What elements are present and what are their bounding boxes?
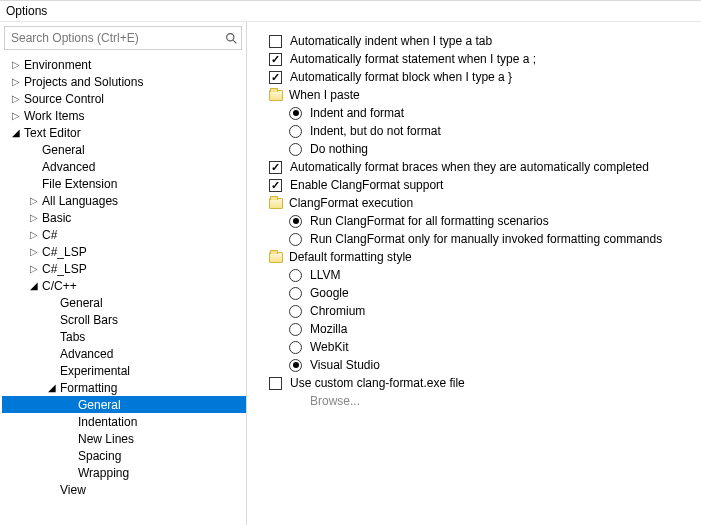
option-clangformat-execution: ClangFormat execution: [269, 194, 695, 212]
tree-item-general[interactable]: ▷General: [2, 294, 246, 311]
checkbox-icon[interactable]: ✓: [269, 161, 282, 174]
option-google[interactable]: Google: [269, 284, 695, 302]
tree-item-label: All Languages: [40, 194, 118, 208]
tree-item-experimental[interactable]: ▷Experimental: [2, 362, 246, 379]
option-label: Run ClangFormat for all formatting scena…: [310, 214, 549, 228]
tree-item-projects-and-solutions[interactable]: ▷Projects and Solutions: [2, 73, 246, 90]
tree-item-label: Source Control: [22, 92, 104, 106]
tree-item-file-extension[interactable]: ▷File Extension: [2, 175, 246, 192]
option-mozilla[interactable]: Mozilla: [269, 320, 695, 338]
option-label: Automatically indent when I type a tab: [290, 34, 492, 48]
option-use-custom-clang-format-exe-file[interactable]: Use custom clang-format.exe file: [269, 374, 695, 392]
tree-item-general[interactable]: ▷General: [2, 396, 246, 413]
option-run-clangformat-only-for-manually-invoked-formatting-commands[interactable]: Run ClangFormat only for manually invoke…: [269, 230, 695, 248]
tree-item-advanced[interactable]: ▷Advanced: [2, 345, 246, 362]
radio-icon[interactable]: [289, 143, 302, 156]
tree-item-wrapping[interactable]: ▷Wrapping: [2, 464, 246, 481]
tree-item-c-lsp[interactable]: ▷C#_LSP: [2, 260, 246, 277]
tree-item-spacing[interactable]: ▷Spacing: [2, 447, 246, 464]
radio-icon[interactable]: [289, 341, 302, 354]
tree-item-tabs[interactable]: ▷Tabs: [2, 328, 246, 345]
chevron-right-icon[interactable]: ▷: [28, 246, 40, 257]
option-label: Use custom clang-format.exe file: [290, 376, 465, 390]
tree-item-label: General: [76, 398, 121, 412]
option-llvm[interactable]: LLVM: [269, 266, 695, 284]
chevron-right-icon[interactable]: ▷: [10, 59, 22, 70]
tree-item-label: File Extension: [40, 177, 117, 191]
option-run-clangformat-for-all-formatting-scenarios[interactable]: Run ClangFormat for all formatting scena…: [269, 212, 695, 230]
tree-item-label: View: [58, 483, 86, 497]
checkbox-icon[interactable]: [269, 35, 282, 48]
radio-icon[interactable]: [289, 323, 302, 336]
tree-item-source-control[interactable]: ▷Source Control: [2, 90, 246, 107]
chevron-right-icon[interactable]: ▷: [28, 229, 40, 240]
option-automatically-format-braces-when-they-are-automatically-completed[interactable]: ✓Automatically format braces when they a…: [269, 158, 695, 176]
option-label: Automatically format braces when they ar…: [290, 160, 649, 174]
option-label: LLVM: [310, 268, 340, 282]
option-do-nothing[interactable]: Do nothing: [269, 140, 695, 158]
option-automatically-format-block-when-i-type-a[interactable]: ✓Automatically format block when I type …: [269, 68, 695, 86]
checkbox-icon[interactable]: ✓: [269, 71, 282, 84]
radio-icon[interactable]: [289, 359, 302, 372]
navigation-tree: ▷Environment▷Projects and Solutions▷Sour…: [0, 56, 246, 525]
option-label: Automatically format statement when I ty…: [290, 52, 536, 66]
option-automatically-indent-when-i-type-a-tab[interactable]: Automatically indent when I type a tab: [269, 32, 695, 50]
tree-item-basic[interactable]: ▷Basic: [2, 209, 246, 226]
search-icon[interactable]: [221, 32, 241, 45]
radio-icon[interactable]: [289, 215, 302, 228]
radio-icon[interactable]: [289, 125, 302, 138]
tree-item-c[interactable]: ▷C#: [2, 226, 246, 243]
dialog-body: ▷Environment▷Projects and Solutions▷Sour…: [0, 21, 701, 525]
checkbox-icon[interactable]: [269, 377, 282, 390]
option-browse[interactable]: Browse...: [269, 392, 695, 410]
search-box[interactable]: [4, 26, 242, 50]
option-enable-clangformat-support[interactable]: ✓Enable ClangFormat support: [269, 176, 695, 194]
option-webkit[interactable]: WebKit: [269, 338, 695, 356]
tree-item-indentation[interactable]: ▷Indentation: [2, 413, 246, 430]
tree-item-c-c[interactable]: ◢C/C++: [2, 277, 246, 294]
radio-icon[interactable]: [289, 305, 302, 318]
search-input[interactable]: [5, 28, 221, 48]
radio-icon[interactable]: [289, 269, 302, 282]
tree-item-label: Wrapping: [76, 466, 129, 480]
tree-item-view[interactable]: ▷View: [2, 481, 246, 498]
tree-item-formatting[interactable]: ◢Formatting: [2, 379, 246, 396]
option-automatically-format-statement-when-i-type-a[interactable]: ✓Automatically format statement when I t…: [269, 50, 695, 68]
chevron-down-icon[interactable]: ◢: [46, 382, 58, 393]
tree-item-advanced[interactable]: ▷Advanced: [2, 158, 246, 175]
chevron-right-icon[interactable]: ▷: [28, 263, 40, 274]
svg-point-0: [226, 33, 233, 40]
chevron-right-icon[interactable]: ▷: [10, 93, 22, 104]
tree-item-c-lsp[interactable]: ▷C#_LSP: [2, 243, 246, 260]
tree-item-text-editor[interactable]: ◢Text Editor: [2, 124, 246, 141]
tree-item-label: General: [40, 143, 85, 157]
radio-icon[interactable]: [289, 233, 302, 246]
chevron-right-icon[interactable]: ▷: [28, 212, 40, 223]
tree-item-environment[interactable]: ▷Environment: [2, 56, 246, 73]
checkbox-icon[interactable]: ✓: [269, 53, 282, 66]
chevron-right-icon[interactable]: ▷: [28, 195, 40, 206]
chevron-right-icon[interactable]: ▷: [10, 76, 22, 87]
option-label: Chromium: [310, 304, 365, 318]
tree-item-label: Basic: [40, 211, 71, 225]
left-panel: ▷Environment▷Projects and Solutions▷Sour…: [0, 22, 247, 525]
chevron-down-icon[interactable]: ◢: [10, 127, 22, 138]
option-label: Browse...: [310, 394, 360, 408]
option-chromium[interactable]: Chromium: [269, 302, 695, 320]
option-indent-and-format[interactable]: Indent and format: [269, 104, 695, 122]
radio-icon[interactable]: [289, 107, 302, 120]
chevron-right-icon[interactable]: ▷: [10, 110, 22, 121]
chevron-down-icon[interactable]: ◢: [28, 280, 40, 291]
tree-item-label: Advanced: [40, 160, 95, 174]
option-visual-studio[interactable]: Visual Studio: [269, 356, 695, 374]
tree-item-all-languages[interactable]: ▷All Languages: [2, 192, 246, 209]
tree-item-scroll-bars[interactable]: ▷Scroll Bars: [2, 311, 246, 328]
tree-item-work-items[interactable]: ▷Work Items: [2, 107, 246, 124]
tree-item-general[interactable]: ▷General: [2, 141, 246, 158]
option-indent-but-do-not-format[interactable]: Indent, but do not format: [269, 122, 695, 140]
tree-item-label: Formatting: [58, 381, 117, 395]
radio-icon[interactable]: [289, 287, 302, 300]
checkbox-icon[interactable]: ✓: [269, 179, 282, 192]
tree-item-new-lines[interactable]: ▷New Lines: [2, 430, 246, 447]
option-label: Indent, but do not format: [310, 124, 441, 138]
